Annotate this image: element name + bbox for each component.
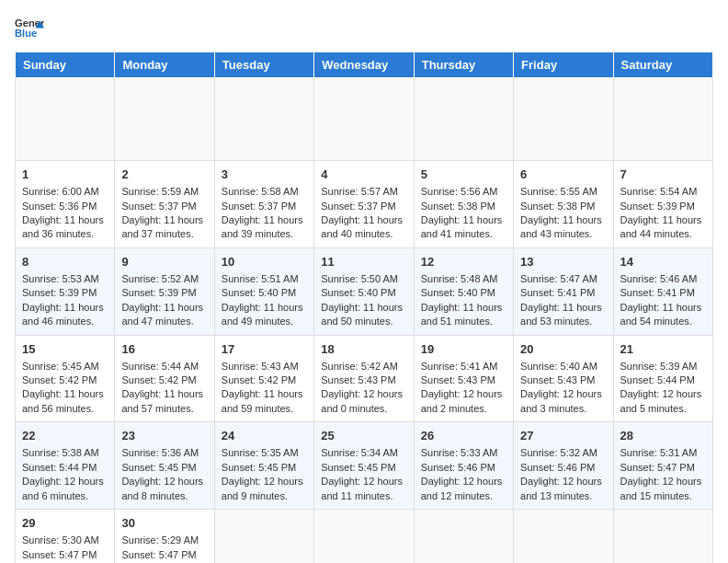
day-info: Sunrise: 5:53 AM — [22, 272, 108, 286]
day-info: Sunrise: 5:48 AM — [421, 272, 506, 286]
weekday-header-saturday: Saturday — [613, 52, 712, 78]
day-info: Sunrise: 5:34 AM — [321, 446, 406, 460]
day-info: Sunrise: 5:42 AM — [321, 360, 406, 373]
calendar-cell — [214, 510, 313, 564]
day-info: and 2 minutes. — [421, 402, 506, 416]
weekday-header-friday: Friday — [514, 52, 613, 78]
day-info: Daylight: 11 hours — [421, 301, 506, 315]
day-info: Daylight: 12 hours — [22, 475, 108, 488]
day-info: Sunrise: 5:58 AM — [222, 185, 307, 199]
day-number: 18 — [321, 341, 406, 358]
day-info: Daylight: 11 hours — [421, 213, 506, 227]
day-info: and 3 minutes. — [520, 402, 606, 416]
calendar-cell: 15Sunrise: 5:45 AMSunset: 5:42 PMDayligh… — [16, 335, 115, 422]
day-number: 8 — [22, 254, 108, 270]
calendar-cell: 8Sunrise: 5:53 AMSunset: 5:39 PMDaylight… — [16, 247, 115, 335]
day-info: Sunrise: 5:39 AM — [620, 360, 706, 373]
day-info: Daylight: 12 hours — [620, 475, 706, 488]
day-info: Sunrise: 5:35 AM — [222, 446, 307, 460]
day-info: Sunset: 5:45 PM — [121, 461, 207, 475]
calendar-cell: 1Sunrise: 6:00 AMSunset: 5:36 PMDaylight… — [16, 161, 115, 248]
calendar-cell: 26Sunrise: 5:33 AMSunset: 5:46 PMDayligh… — [414, 422, 513, 510]
calendar-cell: 7Sunrise: 5:54 AMSunset: 5:39 PMDaylight… — [613, 161, 712, 248]
day-info: Daylight: 12 hours — [520, 387, 606, 401]
calendar-cell: 19Sunrise: 5:41 AMSunset: 5:43 PMDayligh… — [414, 335, 513, 422]
day-info: Daylight: 12 hours — [321, 387, 406, 401]
day-info: Daylight: 11 hours — [22, 301, 108, 315]
day-number: 23 — [121, 428, 207, 444]
calendar-cell — [314, 510, 414, 564]
day-number: 11 — [321, 254, 406, 270]
svg-text:Blue: Blue — [15, 28, 37, 39]
day-info: and 6 minutes. — [22, 489, 108, 503]
day-info: Sunrise: 5:46 AM — [620, 272, 706, 286]
day-number: 24 — [222, 428, 307, 444]
day-info: Daylight: 11 hours — [121, 387, 207, 401]
day-info: Sunrise: 5:52 AM — [121, 272, 207, 286]
day-number: 16 — [121, 341, 207, 358]
calendar-cell — [514, 78, 613, 161]
day-info: Daylight: 12 hours — [121, 475, 207, 488]
day-info: Sunset: 5:37 PM — [321, 200, 406, 213]
day-number: 30 — [121, 515, 207, 532]
calendar-cell: 29Sunrise: 5:30 AMSunset: 5:47 PMDayligh… — [16, 510, 115, 564]
calendar-cell: 5Sunrise: 5:56 AMSunset: 5:38 PMDaylight… — [414, 161, 513, 248]
day-info: Daylight: 11 hours — [22, 213, 108, 227]
day-info: Daylight: 12 hours — [321, 475, 406, 488]
day-number: 13 — [520, 254, 606, 270]
day-info: and 39 minutes. — [222, 227, 307, 241]
day-info: and 13 minutes. — [520, 489, 606, 503]
day-info: Daylight: 11 hours — [22, 387, 108, 401]
calendar-cell: 10Sunrise: 5:51 AMSunset: 5:40 PMDayligh… — [214, 247, 313, 335]
day-info: and 46 minutes. — [22, 315, 108, 328]
calendar-cell — [16, 78, 115, 161]
day-info: Sunset: 5:41 PM — [620, 286, 706, 300]
calendar-week-1: 1Sunrise: 6:00 AMSunset: 5:36 PMDaylight… — [16, 161, 713, 248]
day-info: Sunrise: 5:41 AM — [421, 360, 506, 373]
day-info: Sunrise: 5:56 AM — [421, 185, 506, 199]
day-info: Sunset: 5:40 PM — [222, 286, 307, 300]
day-info: Sunset: 5:39 PM — [22, 286, 108, 300]
day-number: 6 — [520, 167, 606, 183]
day-info: Daylight: 11 hours — [321, 213, 406, 227]
calendar-cell: 12Sunrise: 5:48 AMSunset: 5:40 PMDayligh… — [414, 247, 513, 335]
calendar-body: 1Sunrise: 6:00 AMSunset: 5:36 PMDaylight… — [16, 78, 713, 564]
calendar-cell: 13Sunrise: 5:47 AMSunset: 5:41 PMDayligh… — [514, 247, 613, 335]
day-info: Sunset: 5:38 PM — [520, 200, 606, 213]
calendar-cell: 24Sunrise: 5:35 AMSunset: 5:45 PMDayligh… — [214, 422, 313, 510]
day-info: Sunset: 5:47 PM — [22, 548, 108, 562]
day-number: 2 — [121, 167, 207, 183]
calendar-cell: 14Sunrise: 5:46 AMSunset: 5:41 PMDayligh… — [613, 247, 712, 335]
calendar-cell: 3Sunrise: 5:58 AMSunset: 5:37 PMDaylight… — [214, 161, 313, 248]
day-number: 14 — [620, 254, 706, 270]
day-info: and 47 minutes. — [121, 315, 207, 328]
page-header: General Blue — [15, 15, 713, 40]
calendar-cell: 17Sunrise: 5:43 AMSunset: 5:42 PMDayligh… — [214, 335, 313, 422]
day-info: Daylight: 11 hours — [222, 301, 307, 315]
day-info: and 5 minutes. — [620, 402, 706, 416]
day-info: Sunset: 5:42 PM — [121, 373, 207, 387]
day-info: Daylight: 11 hours — [321, 301, 406, 315]
calendar-cell: 21Sunrise: 5:39 AMSunset: 5:44 PMDayligh… — [613, 335, 712, 422]
calendar-cell: 2Sunrise: 5:59 AMSunset: 5:37 PMDaylight… — [115, 161, 214, 248]
calendar-cell: 20Sunrise: 5:40 AMSunset: 5:43 PMDayligh… — [514, 335, 613, 422]
day-info: and 43 minutes. — [520, 227, 606, 241]
day-info: Sunset: 5:47 PM — [121, 548, 207, 562]
day-info: Sunrise: 5:30 AM — [22, 534, 108, 547]
calendar-cell — [314, 78, 414, 161]
day-info: Sunset: 5:47 PM — [620, 461, 706, 475]
day-info: Sunset: 5:40 PM — [421, 286, 506, 300]
day-number: 9 — [121, 254, 207, 270]
day-info: and 8 minutes. — [121, 489, 207, 503]
day-info: and 11 minutes. — [321, 489, 406, 503]
day-info: Sunrise: 5:51 AM — [222, 272, 307, 286]
logo-icon: General Blue — [15, 15, 44, 40]
day-info: Sunset: 5:45 PM — [222, 461, 307, 475]
calendar-cell — [414, 510, 513, 564]
day-info: Daylight: 11 hours — [222, 387, 307, 401]
day-number: 7 — [620, 167, 706, 183]
day-info: Sunset: 5:39 PM — [620, 200, 706, 213]
day-info: Sunrise: 5:47 AM — [520, 272, 606, 286]
weekday-header-wednesday: Wednesday — [314, 52, 414, 78]
day-info: Daylight: 12 hours — [620, 387, 706, 401]
